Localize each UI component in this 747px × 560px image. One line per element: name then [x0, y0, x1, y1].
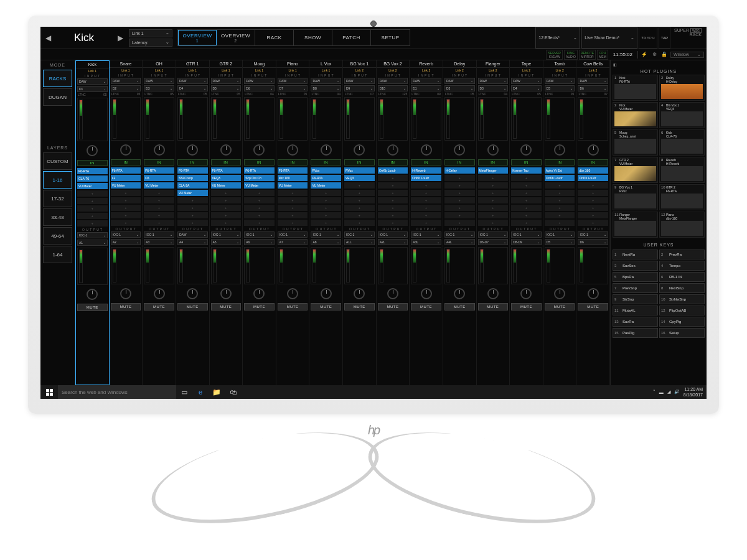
- plugin-slot[interactable]: +: [478, 197, 509, 203]
- plugin-slot[interactable]: +: [278, 220, 308, 226]
- plugin-slot[interactable]: +: [378, 197, 408, 203]
- plugin-slot[interactable]: +: [111, 220, 141, 226]
- in-button[interactable]: IN: [444, 159, 475, 166]
- hot-plugin-slot[interactable]: 9BG Vox 1RVox: [613, 184, 658, 210]
- hot-plugin-slot[interactable]: 5MoogSchep..anni: [613, 129, 658, 156]
- plugin-slot[interactable]: +: [444, 190, 475, 196]
- input-gain-knob[interactable]: [154, 144, 165, 156]
- output-device-dropdown[interactable]: IOC-1⌄: [278, 231, 308, 238]
- plugin-slot[interactable]: RVox: [344, 167, 375, 174]
- channel-name[interactable]: Tape: [510, 60, 543, 68]
- channel-name[interactable]: Reverb: [410, 60, 443, 68]
- plugin-slot[interactable]: +: [311, 205, 341, 211]
- output-gain-knob[interactable]: [354, 288, 365, 299]
- plugin-slot[interactable]: +: [344, 220, 375, 226]
- plugin-slot[interactable]: +: [411, 190, 441, 196]
- input-device-dropdown[interactable]: DAW⌄: [344, 78, 375, 84]
- start-button[interactable]: [40, 385, 58, 399]
- plugin-slot[interactable]: F6-RTA: [244, 167, 275, 174]
- layer-custom[interactable]: CUSTOM: [43, 152, 72, 170]
- battery-icon[interactable]: ▬: [659, 390, 664, 394]
- plugin-slot[interactable]: +: [378, 175, 408, 181]
- plugin-slot[interactable]: +: [278, 205, 308, 211]
- plugin-slot[interactable]: +: [411, 212, 441, 218]
- plugin-slot[interactable]: OnKb Loudr: [578, 175, 608, 181]
- plugin-slot[interactable]: +: [77, 198, 108, 204]
- input-device-dropdown[interactable]: DAW⌄: [478, 78, 509, 84]
- plugin-slot[interactable]: +: [378, 190, 408, 196]
- plugin-slot[interactable]: F6-RTA: [77, 168, 108, 174]
- plugin-slot[interactable]: VEQ3: [211, 175, 242, 181]
- input-channel-dropdown[interactable]: D3⌄: [478, 85, 509, 91]
- mute-button[interactable]: MUTE: [478, 303, 509, 310]
- input-gain-knob[interactable]: [554, 144, 565, 156]
- plugin-slot[interactable]: +: [478, 212, 509, 218]
- output-channel-dropdown[interactable]: A7⌄: [278, 239, 308, 245]
- plugin-slot[interactable]: +: [144, 212, 174, 218]
- plugin-slot[interactable]: L2: [111, 175, 141, 181]
- plugin-slot[interactable]: +: [545, 190, 575, 196]
- plugin-slot[interactable]: RVox: [311, 167, 341, 174]
- output-device-dropdown[interactable]: IOC-1⌄: [578, 231, 608, 238]
- plugin-slot[interactable]: +: [545, 197, 575, 203]
- output-gain-knob[interactable]: [588, 288, 599, 299]
- plugin-slot[interactable]: +: [411, 220, 441, 226]
- plugin-slot[interactable]: +: [411, 197, 441, 203]
- input-device-dropdown[interactable]: DAW⌄: [211, 78, 242, 84]
- in-button[interactable]: IN: [511, 159, 542, 166]
- output-channel-dropdown[interactable]: A2⌄: [111, 239, 141, 245]
- plugin-slot[interactable]: +: [545, 220, 575, 226]
- user-key[interactable]: 16Setup: [659, 328, 705, 338]
- plugin-slot[interactable]: +: [311, 220, 341, 226]
- channel-name[interactable]: Moog: [243, 60, 276, 68]
- output-channel-dropdown[interactable]: A6⌄: [244, 239, 275, 245]
- plugin-slot[interactable]: +: [378, 220, 408, 226]
- hot-plugin-slot[interactable]: 12Pianodbx-160: [659, 212, 705, 238]
- input-gain-knob[interactable]: [187, 144, 198, 156]
- input-device-dropdown[interactable]: DAW⌄: [111, 78, 141, 84]
- input-gain-knob[interactable]: [588, 144, 599, 156]
- output-gain-knob[interactable]: [421, 288, 432, 299]
- input-gain-knob[interactable]: [321, 144, 332, 156]
- user-key[interactable]: 12FlipOutAB: [659, 306, 705, 315]
- plugin-slot[interactable]: +: [211, 197, 242, 203]
- plugin-slot[interactable]: +: [344, 182, 375, 189]
- in-button[interactable]: IN: [411, 159, 441, 166]
- plugin-slot[interactable]: +: [344, 190, 375, 196]
- in-button[interactable]: IN: [378, 159, 408, 166]
- hot-plugin-slot[interactable]: 10GTR 2F6-RTA: [659, 184, 705, 210]
- mute-button[interactable]: MUTE: [144, 303, 174, 310]
- plugin-slot[interactable]: +: [478, 190, 509, 196]
- output-gain-knob[interactable]: [220, 288, 232, 299]
- store-icon[interactable]: 🛍: [225, 385, 241, 399]
- gear-icon[interactable]: ⚙: [651, 51, 658, 58]
- output-gain-knob[interactable]: [253, 288, 265, 299]
- plugin-slot[interactable]: F6-RTA: [177, 167, 208, 174]
- tap-button[interactable]: TAP: [659, 27, 670, 49]
- plugin-slot[interactable]: Kramer Tap: [511, 167, 542, 174]
- plugin-slot[interactable]: +: [478, 182, 509, 189]
- user-key[interactable]: 3SavSes: [613, 261, 658, 271]
- layer-17-32[interactable]: 17-32: [43, 190, 72, 207]
- output-device-dropdown[interactable]: IOC-1⌄: [344, 231, 375, 238]
- plugin-slot[interactable]: F6-RTA: [278, 167, 308, 174]
- plugin-slot[interactable]: +: [578, 205, 608, 211]
- output-gain-knob[interactable]: [154, 288, 165, 299]
- layer-1-16[interactable]: 1-16: [43, 171, 72, 189]
- plugin-slot[interactable]: +: [511, 220, 542, 226]
- input-device-dropdown[interactable]: DAW⌄: [278, 78, 308, 84]
- output-device-dropdown[interactable]: DAW⌄: [177, 231, 208, 238]
- mute-button[interactable]: MUTE: [77, 304, 108, 311]
- output-gain-knob[interactable]: [120, 288, 131, 299]
- user-key[interactable]: 6R8-1 IN: [659, 272, 705, 282]
- output-device-dropdown[interactable]: IOC-1⌄: [77, 232, 108, 238]
- input-channel-dropdown[interactable]: D9⌄: [344, 85, 375, 91]
- plugin-slot[interactable]: VU Meter: [177, 190, 208, 196]
- tray-clock[interactable]: 11:20 AM 8/18/2017: [684, 386, 703, 398]
- input-channel-dropdown[interactable]: D2⌄: [111, 85, 141, 91]
- plugin-slot[interactable]: +: [278, 190, 308, 196]
- plugin-slot[interactable]: +: [111, 212, 141, 218]
- output-device-dropdown[interactable]: IOC-1⌄: [545, 231, 575, 238]
- plugin-slot[interactable]: +: [244, 205, 275, 211]
- plugin-slot[interactable]: +: [77, 205, 108, 212]
